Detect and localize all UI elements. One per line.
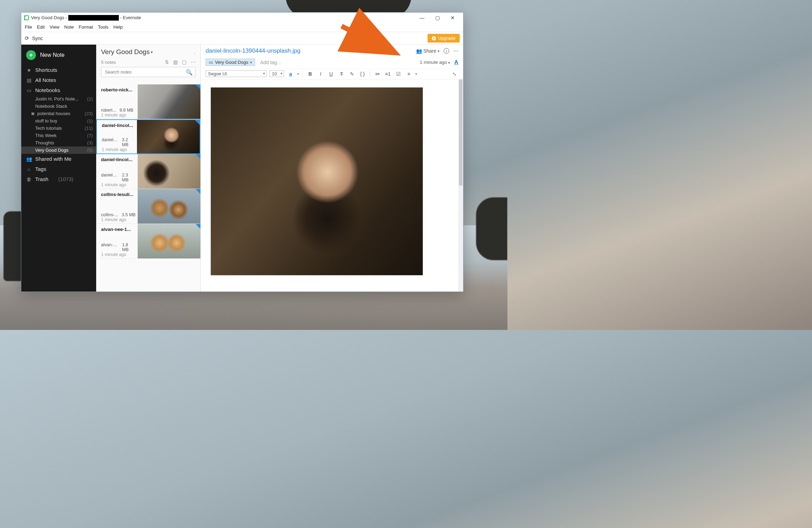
sync-corner-icon	[196, 84, 200, 89]
menu-tools[interactable]: Tools	[98, 24, 108, 30]
stack-icon: ▣	[31, 111, 35, 116]
title-username-redacted	[68, 15, 119, 21]
notelist-title[interactable]: Very Good Dogs ▾	[101, 48, 196, 56]
menu-format[interactable]: Format	[79, 24, 93, 30]
evernote-icon	[24, 15, 29, 20]
syncbar: ⟳ Sync Upgrade	[21, 32, 463, 45]
notebook-icon: ▭	[26, 88, 32, 93]
notes-icon: ▤	[26, 77, 32, 83]
note-image[interactable]	[210, 87, 423, 276]
trash-icon: 🗑	[26, 176, 32, 182]
note-thumb	[138, 84, 200, 119]
app-window: Very Good Dogs - - Evernote — ▢ ✕ File E…	[21, 12, 464, 292]
nb-item-potential-houses[interactable]: ▣potential houses(23)	[21, 110, 96, 117]
minimize-button[interactable]: —	[414, 13, 430, 23]
align-button[interactable]: ≡	[405, 71, 413, 77]
share-button[interactable]: 👥 Share ▾	[416, 48, 439, 54]
sidebar-tags[interactable]: ⌂Tags	[21, 164, 96, 174]
menu-note[interactable]: Note	[64, 24, 74, 30]
font-color-button[interactable]: a	[287, 71, 294, 77]
note-card[interactable]: daniel-lincol... daniel-l...2.3 MB 1 min…	[96, 154, 200, 189]
bullets-button[interactable]: ≡•	[374, 71, 381, 77]
notelist: Very Good Dogs ▾ 5 notes ⇅ ▥ ▢ ⋯ 🔍 ˄	[96, 45, 201, 292]
italic-button[interactable]: I	[317, 71, 324, 77]
more-icon[interactable]: ⋯	[191, 59, 196, 65]
notebook-icon: ▭	[209, 60, 213, 65]
maximize-button[interactable]: ▢	[430, 13, 445, 23]
upgrade-icon	[432, 36, 436, 40]
nb-item-stack[interactable]: Notebook Stack	[21, 103, 96, 110]
note-card[interactable]: collins-lesuli... collins-...3.5 MB 1 mi…	[96, 189, 200, 224]
sync-icon: ⟳	[25, 35, 29, 42]
underline-button[interactable]: U	[327, 71, 335, 77]
search-icon[interactable]: 🔍	[186, 69, 193, 76]
sort-icon[interactable]: ⇅	[165, 59, 169, 65]
people-icon: 👥	[26, 156, 32, 162]
sidebar-shared[interactable]: 👥Shared with Me	[21, 154, 96, 164]
close-button[interactable]: ✕	[445, 13, 460, 23]
editor-toolbar: Segoe UI 10 a▾ B I U T ✎ { } ≡• ≡1 ☑ ≡▾ …	[201, 69, 463, 80]
menu-edit[interactable]: Edit	[37, 24, 45, 30]
bold-button[interactable]: B	[306, 71, 314, 77]
menu-help[interactable]: Help	[113, 24, 123, 30]
sidebar: + New Note ★Shortcuts ▤All Notes ▭Notebo…	[21, 45, 96, 292]
strike-button[interactable]: T	[338, 71, 345, 77]
note-thumb	[138, 154, 200, 189]
new-note-label: New Note	[40, 52, 64, 58]
caret-down-icon: ▾	[250, 61, 252, 64]
new-note-button[interactable]: + New Note	[21, 48, 96, 65]
collapse-icon[interactable]: ˄	[194, 53, 298, 57]
people-icon: 👥	[416, 48, 422, 54]
note-card[interactable]: roberto-nick... robert...9.8 MB 1 minute…	[96, 84, 200, 119]
expand-toolbar-button[interactable]: ⤡	[451, 71, 458, 77]
sync-button[interactable]: ⟳ Sync	[25, 35, 43, 42]
nb-item-justin[interactable]: Justin H. Pot's Note...(1)	[21, 95, 96, 103]
filter-icon[interactable]: ▢	[182, 59, 186, 65]
tag-icon: ⌂	[26, 166, 32, 172]
menu-view[interactable]: View	[49, 24, 59, 30]
nb-item-thoughts[interactable]: Thoughts(3)	[21, 139, 96, 146]
note-thumb	[137, 120, 200, 153]
note-card[interactable]: alvan-nee-1... alvan-n...1.8 MB 1 minute…	[96, 224, 200, 259]
scrollbar[interactable]	[458, 80, 463, 292]
note-pane: daniel-lincoln-1390444-unsplash.jpg 👥 Sh…	[201, 45, 463, 292]
titlebar: Very Good Dogs - - Evernote — ▢ ✕	[21, 13, 463, 23]
notebook-pill[interactable]: ▭ Very Good Dogs ▾	[206, 59, 255, 66]
caret-down-icon: ▾	[438, 49, 439, 53]
highlight-button[interactable]: ✎	[348, 71, 356, 77]
title-suffix: - Evernote	[119, 15, 141, 20]
notelist-count: 5 notes	[101, 60, 116, 65]
nb-item-this-week[interactable]: This Week(7)	[21, 132, 96, 139]
font-family-select[interactable]: Segoe UI	[206, 70, 267, 77]
checkbox-button[interactable]: ☑	[394, 71, 402, 77]
sidebar-notebooks[interactable]: ▭Notebooks	[21, 85, 96, 95]
nb-item-tech-tutorials[interactable]: Tech tutorials(11)	[21, 125, 96, 132]
add-tag[interactable]: Add tag...	[260, 60, 281, 65]
nb-item-stuff-to-buy[interactable]: stuff to buy(1)	[21, 117, 96, 125]
search-input[interactable]	[101, 67, 196, 77]
editor-area[interactable]	[201, 80, 463, 292]
view-icon[interactable]: ▥	[173, 59, 178, 65]
note-thumb	[138, 224, 200, 258]
note-card-selected[interactable]: daniel-lincol... daniel-l...3.2 MB 1 min…	[96, 119, 200, 154]
scrollbar-thumb[interactable]	[459, 80, 462, 186]
sidebar-shortcuts[interactable]: ★Shortcuts	[21, 65, 96, 75]
sync-corner-icon	[196, 224, 200, 229]
info-icon[interactable]: i	[444, 48, 449, 54]
font-size-select[interactable]: 10	[269, 70, 284, 77]
code-button[interactable]: { }	[359, 71, 366, 77]
star-icon: ★	[26, 67, 32, 73]
nb-item-very-good-dogs[interactable]: Very Good Dogs(5)	[21, 146, 96, 154]
text-color-icon[interactable]: A	[454, 59, 458, 66]
more-icon[interactable]: ⋯	[453, 48, 458, 54]
sync-corner-icon	[195, 120, 200, 125]
note-timestamp[interactable]: 1 minute ago ▾	[420, 60, 450, 65]
menu-file[interactable]: File	[25, 24, 32, 30]
upgrade-button[interactable]: Upgrade	[428, 34, 460, 43]
numbered-button[interactable]: ≡1	[384, 71, 392, 77]
sidebar-all-notes[interactable]: ▤All Notes	[21, 75, 96, 85]
sidebar-trash[interactable]: 🗑Trash (1073)	[21, 174, 96, 184]
notelist-cards: roberto-nick... robert...9.8 MB 1 minute…	[96, 84, 200, 292]
sync-corner-icon	[196, 189, 200, 194]
search-wrap: 🔍	[101, 67, 196, 77]
